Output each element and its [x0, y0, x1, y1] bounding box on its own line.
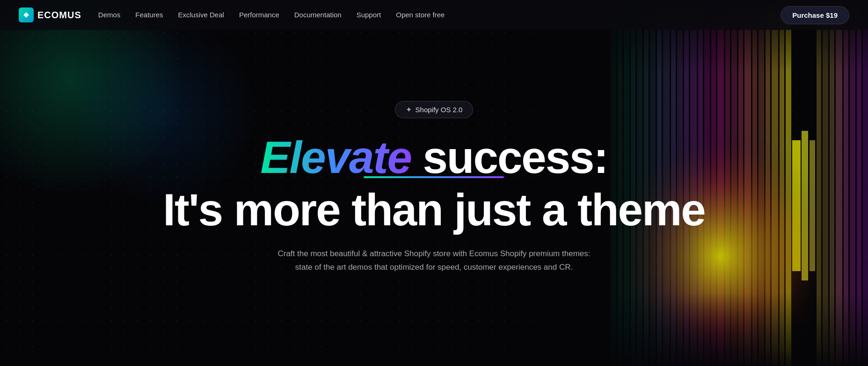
svg-rect-35: [850, 0, 855, 366]
svg-rect-27: [792, 140, 801, 271]
hero-section: ✦ Shopify OS 2.0 Elevate success: It's m…: [0, 0, 868, 366]
svg-rect-26: [786, 0, 791, 366]
svg-rect-32: [830, 0, 834, 366]
svg-rect-21: [752, 0, 757, 366]
nav-item-features[interactable]: Features: [135, 11, 163, 19]
elevate-underline: [364, 176, 504, 178]
nav-item-performance[interactable]: Performance: [239, 11, 279, 19]
nav-item-support[interactable]: Support: [357, 11, 381, 19]
svg-rect-30: [817, 0, 821, 366]
svg-rect-29: [810, 140, 815, 271]
logo[interactable]: ecomus: [19, 7, 81, 22]
hero-title-line1: Elevate success:: [261, 135, 608, 180]
svg-rect-14: [704, 0, 710, 366]
nav-links: Demos Features Exclusive Deal Performanc…: [98, 11, 445, 19]
svg-rect-16: [717, 0, 724, 366]
logo-icon: [19, 7, 34, 22]
svg-rect-15: [711, 0, 716, 366]
svg-rect-28: [802, 131, 808, 280]
shopify-badge[interactable]: ✦ Shopify OS 2.0: [395, 101, 474, 118]
hero-subtitle: Craft the most beautiful & attractive Sh…: [270, 247, 598, 274]
svg-rect-36: [857, 0, 861, 366]
elevate-text: Elevate: [261, 132, 411, 182]
logo-text: ecomus: [37, 10, 81, 21]
hero-content: ✦ Shopify OS 2.0 Elevate success: It's m…: [163, 92, 705, 274]
nav-item-documentation[interactable]: Documentation: [294, 11, 342, 19]
svg-rect-25: [780, 0, 784, 366]
hero-title-normal: success:: [411, 132, 608, 182]
svg-rect-20: [744, 0, 751, 366]
sparkle-icon: ✦: [406, 105, 412, 114]
svg-rect-34: [844, 0, 848, 366]
svg-rect-31: [823, 0, 828, 366]
nav-item-demos[interactable]: Demos: [98, 11, 121, 19]
purchase-button[interactable]: Purchase $19: [780, 6, 849, 24]
svg-rect-37: [863, 0, 868, 366]
svg-rect-18: [731, 0, 737, 366]
svg-rect-17: [725, 0, 730, 366]
svg-rect-24: [772, 0, 778, 366]
svg-rect-33: [836, 0, 842, 366]
svg-rect-19: [738, 0, 743, 366]
badge-label: Shopify OS 2.0: [416, 106, 463, 114]
nav-item-exclusive-deal[interactable]: Exclusive Deal: [178, 11, 224, 19]
hero-title-line2: It's more than just a theme: [163, 187, 705, 232]
svg-rect-22: [759, 0, 764, 366]
svg-rect-23: [766, 0, 770, 366]
navbar: ecomus Demos Features Exclusive Deal Per…: [0, 0, 868, 30]
nav-item-open-store[interactable]: Open store free: [396, 11, 445, 19]
